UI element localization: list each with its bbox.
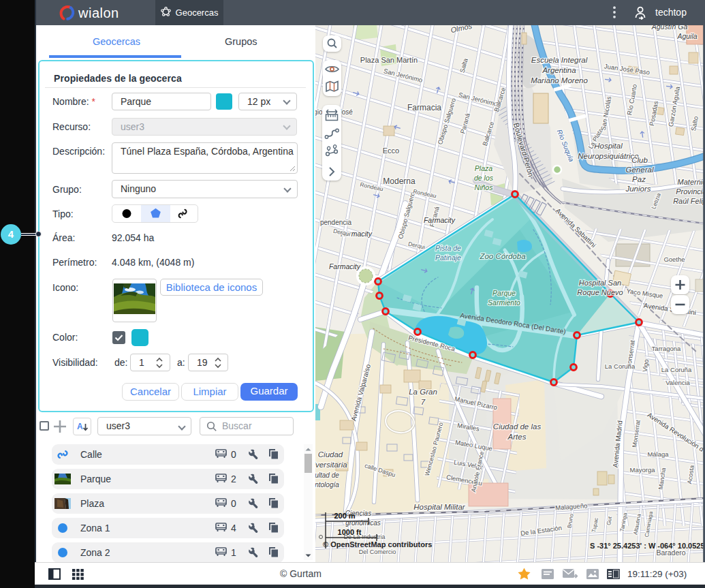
svg-text:Plaza: Plaza (475, 164, 492, 172)
svg-text:iversitaria: iversitaria (315, 461, 347, 469)
svg-text:Mayorga: Mayorga (630, 466, 656, 474)
svg-text:Farmacity: Farmacity (329, 262, 361, 270)
svg-text:Niños: Niños (475, 183, 494, 191)
svg-text:Hospital: Hospital (594, 142, 623, 150)
svg-text:1000 ft: 1000 ft (338, 528, 362, 536)
svg-text:Paz: Paz (632, 175, 646, 183)
svg-text:Sarmiento: Sarmiento (488, 298, 520, 307)
svg-text:Argentina: Argentina (542, 66, 576, 74)
svg-text:ultad de: ultad de (315, 471, 339, 479)
svg-text:Raúl Felipe: Raúl Felipe (673, 197, 705, 205)
svg-text:La Gran: La Gran (409, 388, 437, 396)
svg-text:Hospital Militar: Hospital Militar (413, 503, 466, 511)
svg-text:de los: de los (474, 174, 494, 182)
svg-text:Valencia: Valencia (665, 379, 690, 386)
svg-text:Pista de: Pista de (435, 244, 461, 252)
svg-text:General: General (626, 166, 654, 174)
svg-text:Agustín Ga: Agustín Ga (651, 25, 688, 31)
svg-text:S -31° 25.4253' : W -064° 10.0: S -31° 25.4253' : W -064° 10.0525' (590, 542, 705, 550)
svg-text:Roque Nuevo: Roque Nuevo (577, 288, 623, 296)
svg-text:La Coruña: La Coruña (605, 362, 636, 370)
svg-text:Ciudad: Ciudad (318, 450, 343, 459)
svg-text:Juniors: Juniors (625, 185, 651, 193)
svg-text:Maternid: Maternid (678, 178, 705, 186)
svg-text:Neuropsiquiátrico: Neuropsiquiátrico (578, 152, 639, 160)
svg-text:Del Comercio: Del Comercio (359, 548, 396, 555)
svg-text:7: 7 (421, 398, 426, 406)
svg-text:La Coruña: La Coruña (661, 366, 692, 373)
svg-text:Parque: Parque (492, 289, 516, 297)
svg-text:Farmacity: Farmacity (424, 216, 456, 224)
svg-text:Goethe: Goethe (663, 256, 685, 263)
svg-text:Club: Club (631, 156, 648, 164)
svg-text:Zoo Córdoba: Zoo Córdoba (479, 252, 525, 260)
svg-text:A: A (77, 422, 83, 431)
svg-text:Provincial: Provincial (676, 187, 705, 196)
svg-text:wialon: wialon (78, 5, 119, 20)
svg-text:© OpenStreetMap contributors: © OpenStreetMap contributors (323, 540, 432, 548)
svg-text:Moderna: Moderna (383, 176, 416, 186)
svg-text:Málaga: Málaga (647, 450, 669, 458)
svg-text:Hospital San: Hospital San (579, 279, 621, 287)
svg-text:Patinaje: Patinaje (435, 253, 461, 262)
svg-text:Ecco: Ecco (383, 146, 399, 155)
svg-text:pendencia: pendencia (320, 219, 352, 226)
svg-text:Tarragona: Tarragona (652, 345, 681, 352)
svg-text:Artes: Artes (507, 433, 527, 441)
svg-text:ntología: ntología (315, 481, 339, 489)
svg-text:Aguila: Aguila (676, 32, 697, 40)
svg-text:200 m: 200 m (334, 512, 355, 520)
svg-text:Ciudad de las: Ciudad de las (493, 422, 542, 431)
svg-text:Farmacia: Farmacia (407, 103, 441, 112)
svg-text:Escuela Integral: Escuela Integral (531, 56, 588, 64)
svg-text:Plaza San Martín: Plaza San Martín (360, 56, 418, 64)
svg-text:Mariano Moreno: Mariano Moreno (531, 76, 588, 84)
svg-text:gronómicas: gronómicas (345, 519, 381, 527)
